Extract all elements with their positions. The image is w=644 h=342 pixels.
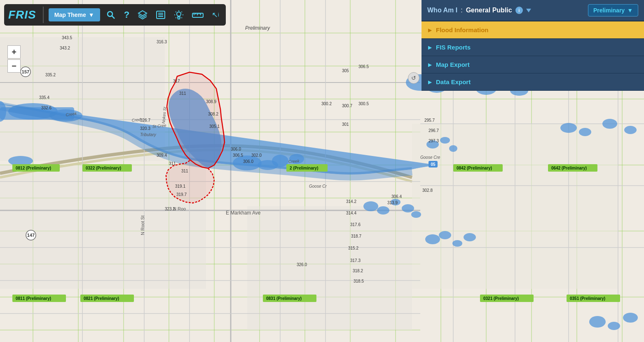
svg-line-191 xyxy=(112,16,115,19)
svg-text:0351 (Preliminary): 0351 (Preliminary) xyxy=(570,296,605,301)
svg-text:332.6: 332.6 xyxy=(41,106,52,110)
svg-text:319.1: 319.1 xyxy=(175,184,185,189)
menu-item-data-export[interactable]: ▶ Data Export xyxy=(422,73,644,91)
svg-text:326.0: 326.0 xyxy=(297,262,307,267)
svg-text:306.4: 306.4 xyxy=(391,194,402,199)
svg-point-190 xyxy=(108,12,112,17)
search-icon[interactable] xyxy=(103,8,118,21)
help-icon[interactable]: ? xyxy=(122,8,132,22)
data-export-label: Data Export xyxy=(436,78,471,85)
svg-text:320.3: 320.3 xyxy=(140,126,150,131)
svg-point-89 xyxy=(425,234,440,244)
svg-text:295.7: 295.7 xyxy=(424,118,435,123)
svg-text:0831 (Preliminary): 0831 (Preliminary) xyxy=(266,296,302,301)
svg-text:314.4: 314.4 xyxy=(346,211,356,215)
svg-text:147: 147 xyxy=(27,233,35,238)
layers-icon[interactable] xyxy=(135,8,150,21)
map-theme-label: Map Theme xyxy=(54,12,86,18)
list-icon[interactable] xyxy=(153,8,168,21)
who-am-i-colon: : xyxy=(461,7,462,14)
zoom-in-button[interactable]: + xyxy=(7,45,21,59)
svg-text:343.5: 343.5 xyxy=(62,35,72,40)
svg-text:318.7: 318.7 xyxy=(351,234,361,238)
svg-point-80 xyxy=(624,126,637,134)
zoom-out-button[interactable]: − xyxy=(7,59,21,73)
svg-text:308.9: 308.9 xyxy=(206,99,216,104)
svg-point-83 xyxy=(449,145,457,152)
svg-point-92 xyxy=(464,233,476,241)
svg-rect-32 xyxy=(247,206,412,330)
toolbar: FRIS Map Theme ▼ ? xyxy=(4,4,226,26)
svg-point-77 xyxy=(560,123,577,133)
right-panel: Who Am I : General Public i Preliminary … xyxy=(422,0,644,91)
menu-item-fis-reports[interactable]: ▶ FIS Reports xyxy=(422,39,644,56)
preliminary-label: Preliminary xyxy=(593,7,625,14)
svg-point-90 xyxy=(439,231,451,239)
svg-text:316.3: 316.3 xyxy=(157,40,167,44)
svg-point-88 xyxy=(411,211,421,218)
preliminary-arrow: ▼ xyxy=(627,7,633,14)
measure-icon[interactable] xyxy=(190,8,206,21)
identify-icon[interactable]: ↖i xyxy=(209,9,222,21)
svg-text:311: 311 xyxy=(181,169,188,173)
svg-text:296.7: 296.7 xyxy=(429,128,439,133)
svg-text:Goose Cre: Goose Cre xyxy=(420,155,440,160)
svg-text:0821 (Preliminary): 0821 (Preliminary) xyxy=(84,296,119,301)
svg-text:05: 05 xyxy=(431,162,436,167)
svg-point-82 xyxy=(440,137,450,144)
svg-text:302.0: 302.0 xyxy=(251,153,262,158)
svg-text:0812 (Preliminary): 0812 (Preliminary) xyxy=(16,166,51,170)
svg-text:319.7: 319.7 xyxy=(176,192,187,197)
svg-text:Preliminary: Preliminary xyxy=(245,25,270,31)
who-am-i-value: General Public xyxy=(466,7,512,14)
menu-item-map-export[interactable]: ▶ Map Export xyxy=(422,56,644,73)
svg-text:300.2: 300.2 xyxy=(321,101,332,106)
svg-text:306.0: 306.0 xyxy=(243,159,253,164)
svg-point-85 xyxy=(377,206,389,215)
svg-text:300.5: 300.5 xyxy=(358,101,369,106)
svg-text:0811 (Preliminary): 0811 (Preliminary) xyxy=(16,296,51,301)
svg-point-93 xyxy=(589,316,606,328)
flood-information-arrow: ▶ xyxy=(428,27,432,33)
svg-point-95 xyxy=(623,313,638,323)
svg-text:317: 317 xyxy=(173,79,180,83)
svg-text:313.9: 313.9 xyxy=(387,200,398,205)
svg-text:Creek: Creek xyxy=(288,159,300,164)
svg-text:305: 305 xyxy=(342,68,349,73)
fis-reports-arrow: ▶ xyxy=(428,45,432,50)
svg-text:297.3: 297.3 xyxy=(429,139,439,143)
map-theme-button[interactable]: Map Theme ▼ xyxy=(49,8,100,21)
svg-point-79 xyxy=(602,119,617,129)
svg-point-91 xyxy=(452,240,462,247)
svg-text:0322 (Preliminary): 0322 (Preliminary) xyxy=(86,166,121,170)
svg-point-84 xyxy=(363,201,378,211)
svg-text:302.8: 302.8 xyxy=(422,188,433,193)
svg-text:335.2: 335.2 xyxy=(45,73,56,77)
svg-point-87 xyxy=(402,204,414,212)
who-am-i-bar: Who Am I : General Public i Preliminary … xyxy=(422,0,644,21)
menu-item-flood-information[interactable]: ▶ Flood Information xyxy=(422,21,644,39)
fris-logo: FRIS xyxy=(8,8,36,21)
svg-text:306.0: 306.0 xyxy=(231,147,241,151)
svg-text:N Root St: N Root St xyxy=(140,215,145,235)
svg-text:0642 (Preliminary): 0642 (Preliminary) xyxy=(551,166,587,170)
svg-text:326.7: 326.7 xyxy=(140,118,150,123)
svg-text:E Markham Ave: E Markham Ave xyxy=(226,210,261,216)
svg-text:306.5: 306.5 xyxy=(358,64,369,69)
svg-marker-192 xyxy=(138,11,147,16)
svg-text:335.4: 335.4 xyxy=(39,95,49,100)
svg-text:317.6: 317.6 xyxy=(350,222,361,227)
preliminary-button[interactable]: Preliminary ▼ xyxy=(588,4,638,17)
map-recenter-button[interactable]: ↺ xyxy=(408,72,419,84)
map-theme-arrow: ▼ xyxy=(89,12,94,18)
svg-point-78 xyxy=(579,128,591,136)
svg-point-61 xyxy=(272,155,288,167)
svg-text:0842 (Preliminary): 0842 (Preliminary) xyxy=(457,166,492,170)
who-am-i-dropdown-icon[interactable] xyxy=(526,9,531,12)
svg-text:318.5: 318.5 xyxy=(354,279,364,283)
who-am-i-info-icon[interactable]: i xyxy=(515,7,523,14)
light-icon[interactable] xyxy=(171,8,186,21)
svg-text:Cred: Cred xyxy=(131,117,141,123)
map-export-arrow: ▶ xyxy=(428,62,432,68)
svg-text:0321 (Preliminary): 0321 (Preliminary) xyxy=(483,296,519,301)
